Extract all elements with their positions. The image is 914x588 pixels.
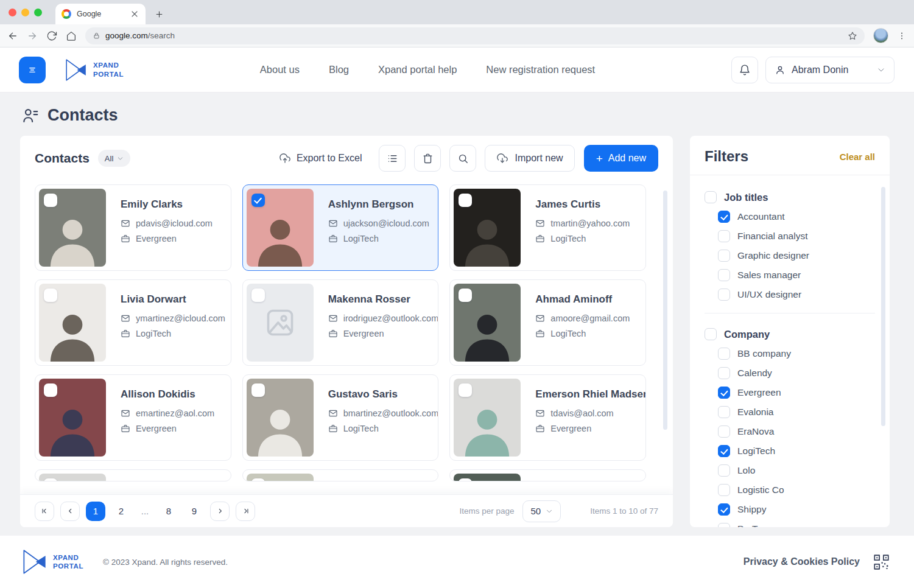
contact-card-emerson-rhiel-madsen[interactable]: Emerson Rhiel Madsen tdavis@aol.com Ever…	[449, 374, 646, 461]
option-checkbox[interactable]	[718, 387, 730, 399]
bookmark-star-icon[interactable]	[848, 31, 857, 41]
contact-checkbox[interactable]	[459, 194, 472, 207]
filter-option-bb-company[interactable]: BB company	[718, 344, 875, 363]
filter-option-graphic-designer[interactable]: Graphic designer	[718, 246, 875, 265]
group-checkbox[interactable]	[705, 191, 717, 203]
browser-profile-avatar[interactable]	[873, 28, 888, 43]
contact-checkbox[interactable]	[459, 383, 472, 397]
option-checkbox[interactable]	[718, 269, 730, 281]
contact-card-partial[interactable]	[35, 469, 231, 481]
option-checkbox[interactable]	[718, 425, 730, 438]
filter-option-evergreen[interactable]: Evergreen	[718, 383, 875, 402]
contact-checkbox[interactable]	[251, 383, 265, 397]
last-page-button[interactable]	[236, 502, 255, 521]
forward-icon[interactable]	[27, 30, 38, 41]
home-icon[interactable]	[66, 30, 77, 41]
contact-card-makenna-rosser[interactable]: Makenna Rosser irodriguez@outlook.com Ev…	[242, 279, 439, 366]
user-menu[interactable]: Abram Donin	[765, 57, 895, 83]
option-checkbox[interactable]	[718, 367, 730, 379]
filter-option-logitech[interactable]: LogiTech	[718, 441, 875, 461]
filter-option-evalonia[interactable]: Evalonia	[718, 402, 875, 422]
contact-checkbox[interactable]	[251, 194, 265, 207]
filters-scrollbar[interactable]	[881, 187, 885, 426]
add-new-button[interactable]: + Add new	[584, 145, 658, 172]
page-2-button[interactable]: 2	[111, 502, 131, 521]
window-minimize-button[interactable]	[21, 9, 29, 16]
filter-option-lolo[interactable]: Lolo	[718, 461, 875, 480]
contact-checkbox[interactable]	[251, 289, 265, 302]
import-new-button[interactable]: Import new	[485, 145, 574, 172]
option-checkbox[interactable]	[718, 250, 730, 262]
option-checkbox[interactable]	[718, 289, 730, 301]
delete-button[interactable]	[414, 145, 441, 172]
export-to-excel-button[interactable]: Export to Excel	[279, 152, 362, 164]
contact-card-gustavo-saris[interactable]: Gustavo Saris bmartinez@outlook.com Logi…	[242, 374, 439, 461]
back-icon[interactable]	[7, 30, 18, 41]
first-page-button[interactable]	[35, 502, 54, 521]
contact-card-partial[interactable]	[449, 469, 646, 481]
address-bar[interactable]: google.com/search	[85, 27, 865, 44]
clear-all-button[interactable]: Clear all	[840, 152, 875, 162]
filter-option-accountant[interactable]: Accountant	[718, 207, 875, 226]
nav-new-registration-request[interactable]: New registration request	[486, 64, 595, 75]
notifications-button[interactable]	[731, 57, 758, 83]
privacy-policy-link[interactable]: Privacy & Cookies Policy	[744, 556, 860, 567]
browser-menu-icon[interactable]	[897, 31, 907, 41]
page-8-button[interactable]: 8	[159, 502, 178, 521]
browser-tab[interactable]: Google	[55, 4, 146, 24]
option-checkbox[interactable]	[718, 503, 730, 516]
option-checkbox[interactable]	[718, 523, 730, 527]
option-checkbox[interactable]	[718, 484, 730, 496]
next-page-button[interactable]	[210, 502, 230, 521]
tab-close-icon[interactable]	[130, 9, 139, 19]
option-checkbox[interactable]	[718, 445, 730, 457]
nav-blog[interactable]: Blog	[329, 64, 349, 75]
contact-checkbox[interactable]	[44, 383, 57, 397]
filter-option-calendy[interactable]: Calendy	[718, 363, 875, 383]
filter-option-eranova[interactable]: EraNova	[718, 422, 875, 441]
hamburger-menu-button[interactable]	[19, 57, 46, 83]
contact-card-emily-clarks[interactable]: Emily Clarks pdavis@icloud.com Evergreen	[35, 184, 231, 271]
filter-option-proteam[interactable]: ProTeam	[718, 519, 875, 527]
option-checkbox[interactable]	[718, 211, 730, 223]
site-logo[interactable]: XPAND PORTAL	[65, 58, 124, 82]
option-checkbox[interactable]	[718, 464, 730, 477]
contact-checkbox[interactable]	[44, 289, 57, 302]
contact-checkbox[interactable]	[44, 194, 57, 207]
filter-group-header[interactable]: Company	[705, 324, 875, 344]
option-checkbox[interactable]	[718, 406, 730, 418]
contact-card-partial[interactable]	[242, 469, 439, 481]
page-1-button[interactable]: 1	[86, 502, 105, 521]
contact-card-livia-dorwart[interactable]: Livia Dorwart ymartinez@icloud.com LogiT…	[35, 279, 231, 366]
contact-checkbox[interactable]	[44, 478, 57, 481]
contact-checkbox[interactable]	[251, 478, 265, 481]
filter-group-header[interactable]: Job titles	[705, 187, 875, 207]
qr-code-icon[interactable]	[873, 554, 890, 570]
new-tab-button[interactable]	[150, 5, 167, 23]
filter-option-shippy[interactable]: Shippy	[718, 500, 875, 519]
contact-card-ahmad-aminoff[interactable]: Ahmad Aminoff amoore@gmail.com LogiTech	[449, 279, 646, 366]
filter-option-logistic-co[interactable]: Logistic Co	[718, 480, 875, 500]
contact-checkbox[interactable]	[459, 478, 472, 481]
contact-card-ashlynn-bergson[interactable]: Ashlynn Bergson ujackson@icloud.com Logi…	[242, 184, 439, 271]
reload-icon[interactable]	[46, 30, 57, 41]
filter-option-uiux-designer[interactable]: UI/UX designer	[718, 285, 875, 304]
filter-option-sales-manager[interactable]: Sales manager	[718, 265, 875, 285]
nav-portal-help[interactable]: Xpand portal help	[378, 64, 457, 75]
filter-option-financial-analyst[interactable]: Financial analyst	[718, 226, 875, 246]
contacts-scrollbar[interactable]	[663, 191, 667, 430]
window-close-button[interactable]	[9, 9, 16, 16]
footer-logo[interactable]: XPAND PORTAL	[23, 548, 83, 575]
previous-page-button[interactable]	[60, 502, 80, 521]
page-9-button[interactable]: 9	[185, 502, 204, 521]
contact-checkbox[interactable]	[459, 289, 472, 302]
group-checkbox[interactable]	[705, 328, 717, 340]
list-view-button[interactable]	[379, 145, 406, 172]
option-checkbox[interactable]	[718, 230, 730, 242]
option-checkbox[interactable]	[718, 348, 730, 360]
search-button[interactable]	[449, 145, 476, 172]
scope-dropdown[interactable]: All	[98, 150, 130, 167]
contact-card-james-curtis[interactable]: James Curtis tmartin@yahoo.com LogiTech	[449, 184, 646, 271]
contact-card-allison-dokidis[interactable]: Allison Dokidis emartinez@aol.com Evergr…	[35, 374, 231, 461]
nav-about-us[interactable]: About us	[260, 64, 300, 75]
